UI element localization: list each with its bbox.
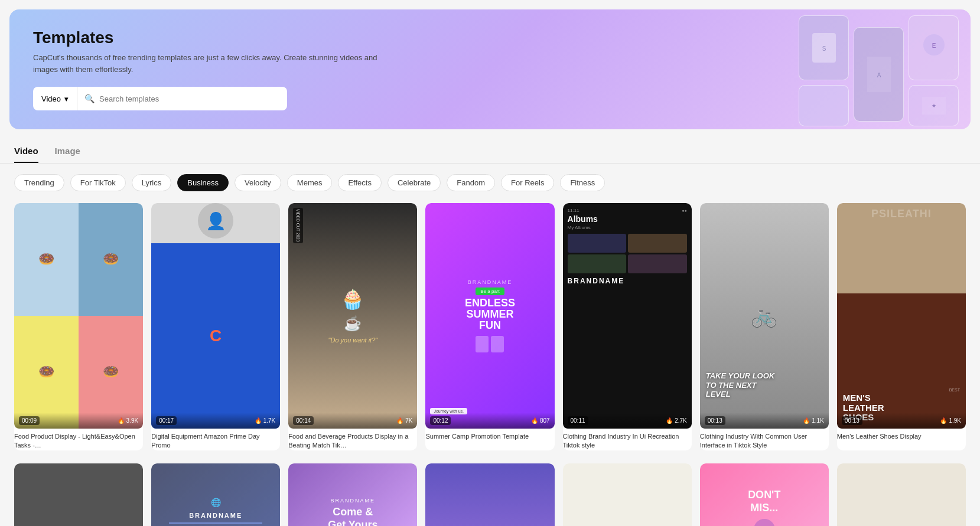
card-6-duration: 00:13 [705,416,725,425]
search-icon: 🔍 [84,94,95,103]
card-r2-2-thumb: 🌐 BRANDNAME // —— [151,463,280,526]
card-4-overlay: 00:12 🔥 807 [425,413,554,429]
hero-banner: Templates CapCut's thousands of free tre… [9,9,971,129]
hero-img-3: A [854,27,904,122]
content-tabs: Video Image [0,139,980,164]
cards-grid-row1: 🍩 🍩 🍩 🍩 00:09 🔥 3.9K Food Product Displa… [0,198,980,465]
filter-chip-tiktok[interactable]: For TikTok [70,174,126,191]
card-7[interactable]: PSILEATHI BEST MEN'SLEATHERSHOES 00:13 🔥… [837,203,966,450]
card-1-thumb: 🍩 🍩 🍩 🍩 00:09 🔥 3.9K [14,203,143,429]
card-4-thumb: BRANDNAME Be a part ENDLESSSUMMERFUN Jou… [425,203,554,429]
card-5-thumb: 11:11 ●● Albums My Albums BRANDNAME 00:1… [563,203,692,429]
card-r2-4[interactable]: NEW STREET STYLE [425,463,554,526]
card-1-title: Food Product Display - Light&Easy&Open T… [14,432,143,450]
hero-img-4: E [909,15,959,80]
filter-chip-celebrate[interactable]: Celebrate [388,174,441,191]
filter-chip-lyrics[interactable]: Lyrics [132,174,171,191]
card-r2-5[interactable]: NEW [563,463,692,526]
fire-icon-6: 🔥 [803,417,810,424]
fire-icon-7: 🔥 [940,417,947,424]
card-4-stat: 🔥 807 [531,417,550,424]
hero-img-2 [799,85,849,126]
cards-grid-row2: BRANDNAME Style is not just what you wea… [0,459,980,526]
hero-img-1: S [799,15,849,80]
filter-chip-memes[interactable]: Memes [287,174,333,191]
card-2[interactable]: 👤 C 00:17 🔥 1.7K Digital Equipment Amazo… [151,203,280,450]
card-1[interactable]: 🍩 🍩 🍩 🍩 00:09 🔥 3.9K Food Product Displa… [14,203,143,450]
hero-subtitle: CapCut's thousands of free trending temp… [33,52,399,75]
card-4[interactable]: BRANDNAME Be a part ENDLESSSUMMERFUN Jou… [425,203,554,450]
search-input-wrap: 🔍 [77,87,287,110]
card-3-overlay: 00:14 🔥 7K [288,413,417,429]
card-3-title: Food and Beverage Products Display in a … [288,432,417,450]
fire-icon-3: 🔥 [396,417,403,424]
card-6-title: Clothing Industry With Common User Inter… [700,432,829,450]
fire-icon-4: 🔥 [531,417,538,424]
card-7-duration: 00:13 [842,416,862,425]
card-r2-4-thumb: NEW STREET STYLE [425,463,554,526]
card-5-overlay: 00:11 🔥 2.7K [563,413,692,429]
tab-video[interactable]: Video [14,146,38,163]
filter-chip-effects[interactable]: Effects [338,174,382,191]
card-r2-7-thumb: Home Furniture [837,463,966,526]
svg-text:★: ★ [932,103,936,109]
card-7-overlay: 00:13 🔥 1.9K [837,413,966,429]
card-2-duration: 00:17 [156,416,177,425]
card-7-stat: 🔥 1.9K [940,417,961,424]
card-5-title: Clothing Brand Industry In Ui Recreation… [563,432,692,450]
card-6-stat: 🔥 1.1K [803,417,824,424]
card-3-duration: 00:14 [293,416,314,425]
card-1-stat: 🔥 3.9K [118,417,139,424]
card-2-stat: 🔥 1.7K [255,417,276,424]
card-6-overlay: 00:13 🔥 1.1K [700,413,829,429]
svg-text:E: E [932,43,936,49]
svg-text:A: A [877,72,881,79]
card-r2-6[interactable]: DON'TMIS... ▶ [700,463,829,526]
tab-image[interactable]: Image [55,146,80,163]
card-2-thumb: 👤 C 00:17 🔥 1.7K [151,203,280,429]
hero-decorative-images: S A E ★ [799,15,959,126]
card-2-overlay: 00:17 🔥 1.7K [151,413,280,429]
card-5-duration: 00:11 [568,416,588,425]
card-r2-1-thumb: BRANDNAME Style is not just what you wea… [14,463,143,526]
fire-icon-2: 🔥 [255,417,262,424]
filter-chip-velocity[interactable]: Velocity [235,174,281,191]
card-3-thumb: 🧁 ☕ "Do you want it?" VIDEO CUT 2023 00:… [288,203,417,429]
filter-chip-business[interactable]: Business [177,174,229,191]
card-r2-2[interactable]: 🌐 BRANDNAME // —— [151,463,280,526]
fire-icon: 🔥 [118,417,125,424]
card-3[interactable]: 🧁 ☕ "Do you want it?" VIDEO CUT 2023 00:… [288,203,417,450]
hero-img-5: ★ [909,85,959,126]
search-type-label: Video [41,94,61,103]
search-bar: Video ▾ 🔍 [33,87,287,110]
card-6[interactable]: 🚲 TAKE YOUR LOOKTO THE NEXTLEVEL 00:13 🔥… [700,203,829,450]
card-2-title: Digital Equipment Amazon Prime Day Promo [151,432,280,450]
search-type-button[interactable]: Video ▾ [33,87,77,110]
card-4-title: Summer Camp Promotion Template [425,432,554,441]
card-r2-3-thumb: BRANDNAME Come &Get Yours [288,463,417,526]
card-r2-5-thumb: NEW [563,463,692,526]
card-r2-6-thumb: DON'TMIS... ▶ [700,463,829,526]
fire-icon-5: 🔥 [666,417,673,424]
card-1-duration: 00:09 [19,416,40,425]
filter-chip-reels[interactable]: For Reels [501,174,554,191]
filter-chip-fitness[interactable]: Fitness [560,174,605,191]
card-1-overlay: 00:09 🔥 3.9K [14,413,143,429]
chevron-down-icon: ▾ [64,94,69,103]
card-5-stat: 🔥 2.7K [666,417,687,424]
card-r2-1[interactable]: BRANDNAME Style is not just what you wea… [14,463,143,526]
card-7-thumb: PSILEATHI BEST MEN'SLEATHERSHOES 00:13 🔥… [837,203,966,429]
svg-text:S: S [822,45,826,52]
card-4-duration: 00:12 [430,416,451,425]
filter-chip-fandom[interactable]: Fandom [447,174,495,191]
card-3-stat: 🔥 7K [396,417,412,424]
card-r2-7[interactable]: Home Furniture [837,463,966,526]
card-7-title: Men's Leather Shoes Display [837,432,966,441]
search-input[interactable] [99,94,280,103]
filter-chip-trending[interactable]: Trending [14,174,64,191]
card-5[interactable]: 11:11 ●● Albums My Albums BRANDNAME 00:1… [563,203,692,450]
card-r2-3[interactable]: BRANDNAME Come &Get Yours [288,463,417,526]
card-6-thumb: 🚲 TAKE YOUR LOOKTO THE NEXTLEVEL 00:13 🔥… [700,203,829,429]
filter-chips-row: Trending For TikTok Lyrics Business Velo… [0,164,980,198]
